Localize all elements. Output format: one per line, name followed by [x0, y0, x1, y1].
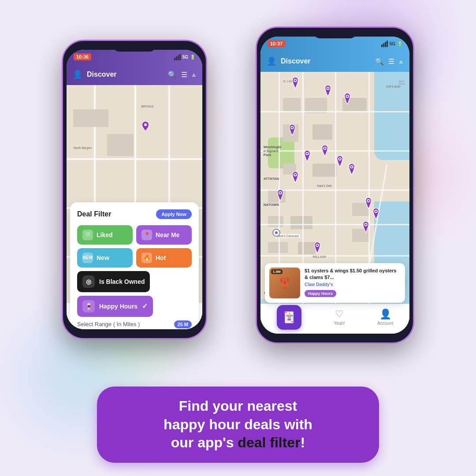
filter-near-me-button[interactable]: 📍 Near Me: [136, 225, 192, 245]
filter-hot-button[interactable]: 🔥 Hot: [136, 248, 192, 268]
filter-black-owned-button[interactable]: ◎ Is Black Owned: [77, 271, 150, 292]
svg-point-22: [368, 200, 369, 202]
new-icon: NEW: [82, 253, 93, 263]
svg-point-28: [316, 245, 318, 246]
map-pin-r5: [302, 150, 312, 162]
header-avatar-right: 👤: [267, 56, 276, 66]
new-label: New: [97, 254, 109, 261]
phone-right-content: 10:37 5G 🔋 👤 Disco: [260, 37, 409, 334]
nav-yeah-right[interactable]: ♡ Yeah!: [334, 309, 345, 326]
near-me-label: Near Me: [156, 231, 179, 238]
map-label-bronx: BRONX: [141, 104, 153, 108]
nav-account-right[interactable]: 👤 Account: [377, 309, 393, 326]
deal-filter-title: Deal Filter: [77, 210, 111, 218]
deal-image: 🦞 1.0M: [269, 268, 300, 298]
range-badge: 25 M: [174, 320, 192, 328]
nav-card-right[interactable]: 🃏: [277, 305, 301, 330]
map-pin-r6: [320, 145, 330, 156]
map-pin-r11: [364, 197, 373, 209]
deal-tag: Happy Hours: [305, 290, 336, 297]
block-7: [312, 164, 337, 177]
account-icon-right: 👤: [379, 309, 391, 320]
map-bg-right: KIPS BAY W 14th St Washington SquarePark…: [260, 72, 409, 334]
filter-liked-button[interactable]: ♡ Liked: [77, 225, 133, 245]
map-pin-r13: [361, 221, 371, 233]
bottom-nav-right: 🃏 ♡ Yeah! 👤 Account: [260, 304, 409, 334]
phone-left-screen: 10:36 5G 🔋 👤 Disco: [67, 50, 202, 329]
svg-point-24: [375, 210, 377, 212]
signal-type-right: 5G: [390, 41, 395, 46]
deal-distance: 1.0M: [271, 269, 283, 274]
app-header-left: 👤 Discover 🔍 ☰ ⟁: [67, 64, 202, 85]
svg-point-20: [279, 192, 281, 194]
status-bar-right: 10:37 5G 🔋: [260, 37, 409, 51]
range-section: Select Range ( In Miles ) 25 M: [77, 320, 192, 329]
map-label-kips: KIPS BAY: [387, 85, 401, 88]
map-pin-r7: [335, 156, 345, 167]
signal-bars-left: [174, 54, 181, 60]
status-right-left: 5G 🔋: [174, 54, 195, 60]
deal-filter-header: Deal Filter Apply Now: [77, 209, 192, 219]
filter-happy-hours-button[interactable]: 🍷 Happy Hours ✓: [77, 296, 153, 317]
search-icon-right[interactable]: 🔍: [375, 57, 384, 66]
map-label-katz: Katz's Deli: [317, 184, 331, 187]
bottom-banner: Find your nearesthappy hour deals withou…: [97, 387, 379, 463]
near-me-icon: 📍: [141, 230, 152, 240]
banner-highlight: deal filter: [238, 435, 300, 450]
map-area-left: BRONX North Bergen berk Google: [67, 85, 202, 329]
map-pin-r3: [290, 77, 300, 89]
block-1: [283, 98, 301, 111]
phones-container: 10:36 5G 🔋 👤 Disco: [40, 26, 436, 379]
svg-point-0: [144, 123, 147, 126]
search-icon-left[interactable]: 🔍: [168, 71, 177, 79]
block-11: [268, 242, 288, 253]
range-label-row: Select Range ( In Miles ) 25 M: [77, 320, 192, 328]
black-owned-label: Is Black Owned: [99, 278, 145, 285]
food-emoji: 🦞: [278, 277, 291, 289]
yeah-icon-right: ♡: [335, 309, 344, 320]
map-label-natown: NATOWN: [264, 203, 279, 207]
phone-right: 10:37 5G 🔋 👤 Disco: [256, 26, 414, 344]
map-pin-r14: [312, 242, 322, 253]
map-label-east-river: EastRiver: [399, 80, 405, 85]
black-owned-icon: ◎: [82, 275, 95, 288]
map-block-2: [107, 134, 134, 156]
filter-new-button[interactable]: NEW New: [77, 248, 133, 268]
svg-point-14: [339, 158, 341, 160]
signal-bars-right: [381, 41, 388, 47]
filter-icon-left[interactable]: ⟁: [192, 71, 196, 78]
account-label-right: Account: [377, 321, 393, 326]
deal-restaurant: Claw Daddy's: [305, 282, 401, 287]
map-pin-left: [141, 122, 150, 132]
map-pin-r9: [290, 171, 300, 183]
happy-hours-check: ✓: [142, 302, 148, 310]
deal-title: $1 oysters & wings $1.50 grilled oysters…: [305, 268, 401, 281]
map-pin-r12: [371, 208, 381, 219]
svg-point-4: [346, 95, 348, 97]
svg-point-18: [294, 174, 296, 175]
map-label-washington: Washington SquarePark: [264, 145, 282, 157]
happy-hours-left: 🍷 Happy Hours: [82, 300, 138, 312]
svg-point-12: [324, 148, 326, 149]
map-label-att: ATTATAN: [264, 177, 279, 181]
map-pin-r4: [287, 124, 297, 136]
svg-point-26: [365, 223, 367, 225]
svg-point-2: [327, 87, 329, 89]
yeah-label-right: Yeah!: [334, 321, 345, 326]
signal-type-left: 5G: [182, 55, 188, 60]
map-pin-r8: [347, 164, 357, 175]
map-pin-r2: [342, 93, 352, 104]
header-avatar-left: 👤: [73, 70, 82, 79]
filter-icon-right[interactable]: ⟁: [399, 57, 403, 65]
deal-filter-panel: Deal Filter Apply Now ♡ Liked 📍: [70, 202, 199, 329]
apply-now-button[interactable]: Apply Now: [156, 209, 192, 219]
block-10: [290, 216, 312, 229]
list-icon-left[interactable]: ☰: [181, 71, 187, 79]
list-icon-right[interactable]: ☰: [388, 57, 394, 66]
happy-hours-label: Happy Hours: [99, 303, 138, 310]
status-bar-left: 10:36 5G 🔋: [67, 50, 202, 64]
map-label-bergen: North Bergen: [73, 146, 92, 149]
map-pin-r10: [275, 190, 285, 201]
status-time-right: 10:37: [268, 40, 285, 47]
app-header-right: 👤 Discover 🔍 ☰ ⟁: [260, 51, 409, 72]
